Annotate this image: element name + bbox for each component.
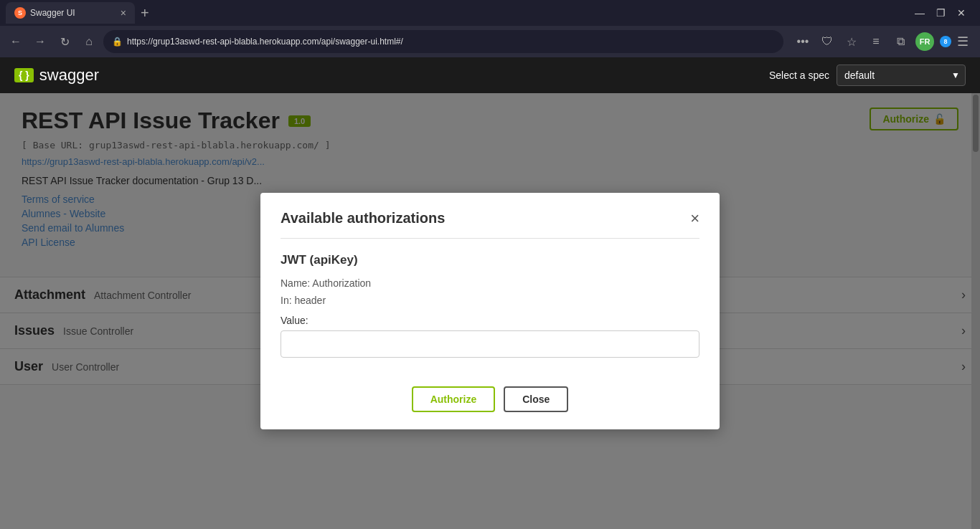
modal-overlay: Available authorizations × JWT (apiKey) …: [0, 93, 980, 529]
url-text: https://grup13aswd-rest-api-blabla.herok…: [127, 37, 775, 47]
modal-actions: Authorize Close: [281, 386, 699, 412]
auth-name-value: Authorization: [312, 277, 371, 289]
auth-in-value: header: [294, 295, 326, 306]
forward-button[interactable]: →: [30, 32, 50, 52]
restore-button[interactable]: ❐: [936, 7, 946, 19]
tab-favicon: S: [14, 7, 26, 19]
close-window-button[interactable]: ✕: [957, 7, 966, 19]
more-options-icon[interactable]: •••: [793, 32, 812, 51]
modal-header: Available authorizations ×: [281, 210, 699, 239]
shield-icon: 🛡: [818, 32, 837, 51]
address-bar[interactable]: 🔒 https://grup13aswd-rest-api-blabla.her…: [103, 30, 783, 53]
swagger-header: { } swagger Select a spec default ▼: [0, 57, 980, 93]
tab-bar: S Swagger UI × + — ❐ ✕: [0, 0, 980, 26]
tab-close-btn[interactable]: ×: [121, 7, 126, 19]
value-label: Value:: [281, 315, 699, 326]
auth-section-jwt: JWT (apiKey) Name: Authorization In: hea…: [281, 253, 699, 372]
tab-title: Swagger UI: [30, 8, 116, 18]
browser-toolbar: ← → ↻ ⌂ 🔒 https://grup13aswd-rest-api-bl…: [0, 26, 980, 57]
main-content: REST API Issue Tracker 1.0 [ Base URL: g…: [0, 93, 980, 529]
auth-name-label: Name:: [281, 277, 310, 289]
window-controls: — ❐ ✕: [915, 7, 974, 19]
browser-chrome: S Swagger UI × + — ❐ ✕ ← → ↻ ⌂ 🔒 https:/…: [0, 0, 980, 57]
auth-section-title: JWT (apiKey): [281, 253, 699, 267]
swagger-logo-text: swagger: [39, 66, 99, 85]
bookmark-icon[interactable]: ☆: [842, 32, 861, 51]
profile-icon[interactable]: FR: [915, 32, 934, 51]
browser-tab[interactable]: S Swagger UI ×: [6, 2, 135, 24]
home-button[interactable]: ⌂: [79, 32, 99, 52]
spec-selector-area: Select a spec default ▼: [769, 65, 966, 86]
extensions-badge[interactable]: 8: [940, 36, 951, 47]
reload-button[interactable]: ↻: [55, 32, 75, 52]
auth-in-label: In:: [281, 295, 292, 306]
security-icon: 🔒: [112, 37, 123, 47]
reading-view-icon[interactable]: ≡: [867, 32, 885, 51]
toolbar-actions: ••• 🛡 ☆ ≡ ⧉ FR 8 ☰: [788, 32, 974, 51]
modal-close-button[interactable]: ×: [690, 211, 699, 227]
swagger-logo: { } swagger: [14, 66, 99, 85]
spec-dropdown[interactable]: default: [837, 65, 966, 86]
authorization-modal: Available authorizations × JWT (apiKey) …: [260, 193, 720, 429]
menu-icon[interactable]: ☰: [957, 34, 969, 49]
select-spec-label: Select a spec: [769, 70, 829, 81]
modal-close-action-button[interactable]: Close: [504, 386, 568, 412]
spec-select-wrapper[interactable]: default ▼: [837, 65, 966, 86]
modal-authorize-button[interactable]: Authorize: [412, 386, 496, 412]
sidebar-icon[interactable]: ⧉: [891, 32, 910, 51]
modal-title: Available authorizations: [281, 210, 445, 227]
new-tab-button[interactable]: +: [135, 5, 155, 22]
swagger-logo-box: { }: [14, 68, 34, 82]
auth-name-row: Name: Authorization: [281, 277, 699, 289]
auth-value-area: Value:: [281, 315, 699, 358]
auth-in-row: In: header: [281, 295, 699, 306]
minimize-button[interactable]: —: [915, 7, 925, 19]
value-input[interactable]: [281, 330, 699, 358]
back-button[interactable]: ←: [6, 32, 26, 52]
